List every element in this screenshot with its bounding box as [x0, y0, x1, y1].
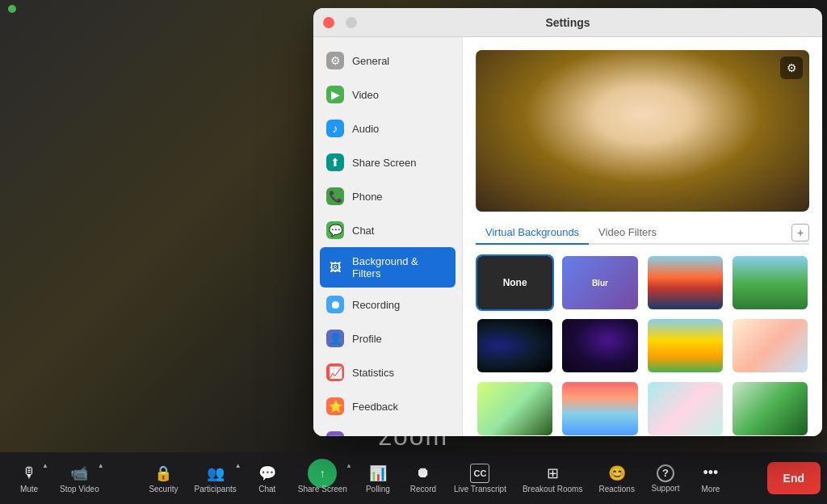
sidebar-label-profile: Profile [352, 333, 382, 345]
sidebar-item-video[interactable]: ▶ Video [313, 78, 462, 111]
background-none-label: None [477, 256, 552, 309]
sidebar-item-audio[interactable]: ♪ Audio [313, 111, 462, 145]
modal-titlebar: Settings [313, 8, 822, 37]
background-galaxy[interactable] [560, 317, 639, 374]
recording-icon: ⏺ [326, 296, 344, 313]
chat-icon: 💬 [258, 464, 277, 483]
support-button[interactable]: ? Support [643, 460, 688, 498]
sidebar-item-profile[interactable]: 👤 Profile [313, 321, 462, 355]
audio-icon: ♪ [326, 120, 344, 137]
sidebar-item-share-screen[interactable]: ⬆ Share Screen [313, 145, 462, 179]
background-pastel[interactable] [731, 317, 809, 374]
background-bubbles[interactable] [646, 380, 724, 436]
feedback-icon: ⭐ [326, 397, 344, 415]
camera-settings-button[interactable]: ⚙ [780, 57, 803, 79]
background-blur[interactable]: Blur [560, 254, 639, 311]
background-none[interactable]: None [476, 254, 554, 311]
sidebar-item-feedback[interactable]: ⭐ Feedback [313, 389, 462, 423]
background-grid: None Blur [476, 254, 809, 436]
toolbar-right: End [767, 462, 821, 494]
share-screen-icon: ↑ [313, 464, 332, 483]
sidebar-label-recording: Recording [352, 299, 400, 311]
sidebar-item-general[interactable]: ⚙ General [313, 44, 462, 78]
participants-button[interactable]: 👥 Participants ▲ [187, 459, 245, 498]
sidebar-label-feedback: Feedback [352, 401, 398, 413]
mute-button[interactable]: 🎙 Mute ▲ [6, 459, 52, 498]
end-button[interactable]: End [767, 462, 821, 494]
share-screen-chevron[interactable]: ▲ [346, 462, 352, 469]
background-plant-img [733, 382, 808, 435]
sidebar-label-general: General [352, 55, 389, 67]
background-space-img [477, 319, 552, 372]
sidebar-label-keyboard-shortcuts: Keyboard Shortcuts [352, 435, 444, 437]
modal-title: Settings [545, 16, 590, 29]
sidebar-label-share-screen: Share Screen [352, 157, 417, 169]
sidebar-label-background-filters: Background & Filters [352, 255, 449, 279]
background-space[interactable] [476, 317, 554, 374]
breakout-rooms-icon: ⊞ [543, 464, 562, 483]
more-label: More [702, 485, 720, 494]
add-background-button[interactable]: + [791, 224, 809, 242]
chat-button[interactable]: 💬 Chat [245, 459, 290, 498]
background-sunflowers[interactable] [646, 317, 724, 374]
security-icon: 🔒 [153, 464, 173, 483]
sidebar-label-statistics: Statistics [352, 367, 394, 379]
background-palm[interactable] [476, 380, 554, 436]
background-filters-icon: 🖼 [326, 258, 344, 276]
background-city[interactable] [560, 380, 639, 436]
profile-icon: 👤 [326, 330, 344, 347]
stop-video-chevron[interactable]: ▲ [98, 462, 104, 469]
live-transcript-button[interactable]: CC Live Transcript [446, 459, 514, 498]
tab-virtual-backgrounds[interactable]: Virtual Backgrounds [476, 221, 589, 245]
background-pastel-img [733, 319, 808, 372]
share-screen-button[interactable]: ↑ Share Screen ▲ [290, 459, 355, 498]
connection-indicator [8, 5, 16, 13]
background-tabs: Virtual Backgrounds Video Filters + [476, 221, 809, 245]
background-plant[interactable] [731, 380, 809, 436]
polling-label: Polling [366, 485, 390, 494]
share-screen-label: Share Screen [298, 485, 347, 494]
record-button[interactable]: ⏺ Record [401, 459, 446, 498]
sidebar-item-chat[interactable]: 💬 Chat [313, 213, 462, 247]
settings-content: ⚙ Virtual Backgrounds Video Filters + No… [463, 37, 822, 436]
background-bubbles-img [648, 382, 723, 435]
share-screen-circle: ↑ [308, 459, 337, 488]
background-sunflowers-img [648, 319, 723, 372]
participants-chevron[interactable]: ▲ [235, 462, 241, 469]
tab-video-filters[interactable]: Video Filters [589, 221, 666, 245]
more-button[interactable]: ••• More [688, 459, 733, 498]
sidebar-item-keyboard-shortcuts[interactable]: ⌨ Keyboard Shortcuts [313, 423, 462, 436]
record-label: Record [410, 485, 436, 494]
sidebar-item-recording[interactable]: ⏺ Recording [313, 288, 462, 321]
support-label: Support [651, 484, 679, 493]
share-screen-icon: ⬆ [326, 153, 344, 171]
live-transcript-label: Live Transcript [454, 485, 506, 494]
background-nature-img [733, 256, 808, 309]
background-blur-label: Blur [562, 256, 637, 309]
mute-icon: 🎙 [19, 464, 39, 483]
mute-chevron[interactable]: ▲ [42, 462, 48, 469]
sidebar-item-background-filters[interactable]: 🖼 Background & Filters [320, 247, 455, 288]
breakout-rooms-label: Breakout Rooms [523, 485, 582, 494]
sidebar-label-phone: Phone [352, 191, 383, 203]
phone-icon: 📞 [326, 187, 344, 205]
reactions-button[interactable]: 😊 Reactions [590, 459, 642, 498]
breakout-rooms-button[interactable]: ⊞ Breakout Rooms [514, 459, 590, 498]
gear-icon: ⚙ [326, 52, 344, 69]
keyboard-icon: ⌨ [326, 431, 344, 436]
security-label: Security [149, 485, 178, 494]
chat-label: Chat [258, 485, 275, 494]
modal-close-button[interactable] [323, 17, 334, 28]
settings-modal: Settings ⚙ General ▶ Video ♪ Audio ⬆ Sha… [313, 8, 822, 436]
security-button[interactable]: 🔒 Security [141, 459, 186, 498]
record-icon: ⏺ [414, 464, 433, 483]
polling-button[interactable]: 📊 Polling [355, 459, 401, 498]
reactions-icon: 😊 [607, 464, 627, 483]
sidebar-item-statistics[interactable]: 📈 Statistics [313, 355, 462, 389]
sidebar-item-phone[interactable]: 📞 Phone [313, 179, 462, 213]
modal-maximize-button[interactable] [346, 17, 357, 28]
stop-video-button[interactable]: 📹 Stop Video ▲ [52, 459, 107, 498]
toolbar-center: 🔒 Security 👥 Participants ▲ 💬 Chat ↑ Sha… [107, 459, 767, 498]
background-nature[interactable] [731, 254, 809, 311]
background-golden-gate[interactable] [646, 254, 724, 311]
